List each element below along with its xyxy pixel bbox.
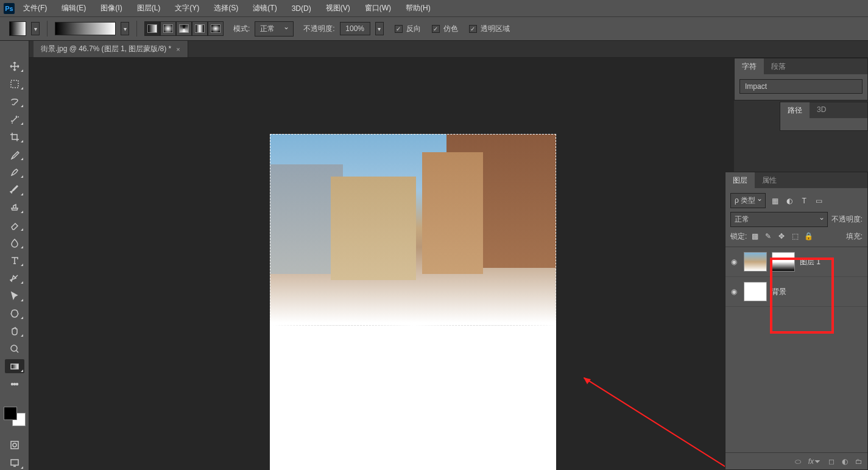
- gradient-tool[interactable]: [5, 359, 24, 373]
- menu-3d[interactable]: 3D(D): [286, 2, 317, 15]
- layer-name[interactable]: 图层 1: [800, 257, 864, 267]
- canvas-area[interactable]: [29, 58, 734, 470]
- lock-transparent-icon[interactable]: ▩: [749, 231, 760, 242]
- svg-point-1: [11, 345, 17, 351]
- layer-thumbnail[interactable]: [744, 282, 767, 301]
- menu-file[interactable]: 文件(F): [17, 1, 53, 16]
- screen-mode-tool[interactable]: [5, 456, 24, 470]
- tab-properties[interactable]: 属性: [755, 172, 784, 188]
- layer-filter-kind[interactable]: ρ 类型: [730, 193, 766, 208]
- tool-preset-dropdown[interactable]: [31, 22, 40, 35]
- character-panel: 字符 段落 Impact: [734, 58, 868, 100]
- svg-point-3: [11, 383, 13, 385]
- gradient-tool-icon[interactable]: [9, 21, 26, 36]
- menu-window[interactable]: 窗口(W): [359, 1, 397, 16]
- layer-style-icon[interactable]: fx⏷: [808, 457, 821, 466]
- menu-edit[interactable]: 编辑(E): [55, 1, 92, 16]
- tab-3d[interactable]: 3D: [810, 102, 833, 118]
- layer-thumbnail[interactable]: [744, 252, 767, 272]
- layer-opacity-label: 不透明度:: [831, 214, 863, 225]
- menu-type[interactable]: 文字(Y): [169, 1, 205, 16]
- blend-mode-select[interactable]: 正常: [255, 21, 294, 37]
- tab-character[interactable]: 字符: [735, 58, 764, 74]
- pen-tool[interactable]: [5, 271, 24, 285]
- svg-marker-10: [584, 377, 591, 384]
- gradient-preview[interactable]: [55, 22, 116, 35]
- visibility-toggle-icon[interactable]: ◉: [729, 287, 739, 296]
- smudge-tool[interactable]: [5, 236, 24, 250]
- filter-shape-icon[interactable]: ▭: [813, 195, 824, 206]
- gradient-linear-button[interactable]: [144, 21, 160, 36]
- hand-tool[interactable]: [5, 324, 24, 338]
- path-selection-tool[interactable]: [5, 289, 24, 303]
- gradient-reflected-button[interactable]: [192, 21, 208, 36]
- layers-panel: 图层 属性 ρ 类型 ▦ ◐ T ▭ 正常 不透明度: 锁定: ▩ ✎ ✥ ⬚ …: [725, 172, 868, 470]
- filter-pixel-icon[interactable]: ▦: [769, 195, 780, 206]
- menu-select[interactable]: 选择(S): [208, 1, 244, 16]
- edit-toolbar[interactable]: [5, 377, 24, 391]
- layer-row-1[interactable]: ◉ 图层 1: [725, 247, 867, 277]
- tab-paragraph[interactable]: 段落: [764, 58, 793, 74]
- menu-bar: Ps 文件(F) 编辑(E) 图像(I) 图层(L) 文字(Y) 选择(S) 滤…: [0, 0, 868, 16]
- layer-blend-mode[interactable]: 正常: [730, 212, 828, 227]
- eraser-tool[interactable]: [5, 218, 24, 232]
- opacity-dropdown[interactable]: [375, 22, 384, 35]
- gradient-angle-button[interactable]: [176, 21, 192, 36]
- lock-all-icon[interactable]: 🔒: [803, 231, 814, 242]
- marquee-tool[interactable]: [5, 77, 24, 91]
- clone-stamp-tool[interactable]: [5, 200, 24, 214]
- layer-row-bg[interactable]: ◉ 背景: [725, 277, 867, 307]
- filter-adjust-icon[interactable]: ◐: [784, 195, 795, 206]
- svg-rect-2: [11, 364, 18, 369]
- opacity-label: 不透明度:: [303, 24, 334, 34]
- foreground-color[interactable]: [4, 407, 17, 420]
- lasso-tool[interactable]: [5, 94, 24, 108]
- move-tool[interactable]: [5, 59, 24, 73]
- gradient-picker-dropdown[interactable]: [121, 22, 129, 35]
- lock-image-icon[interactable]: ✎: [763, 231, 774, 242]
- menu-filter[interactable]: 滤镜(T): [247, 1, 283, 16]
- brush-tool[interactable]: [5, 183, 24, 197]
- add-mask-icon[interactable]: ◻: [828, 457, 834, 466]
- link-layers-icon[interactable]: ⬭: [795, 457, 801, 466]
- layer-mask-thumbnail[interactable]: [772, 252, 795, 272]
- new-group-icon[interactable]: 🗀: [855, 457, 863, 466]
- layer-list: ◉ 图层 1 ◉ 背景: [725, 247, 867, 307]
- layers-footer: ⬭ fx⏷ ◻ ◐ 🗀: [725, 452, 867, 469]
- font-family-select[interactable]: Impact: [739, 79, 863, 94]
- lock-label: 锁定:: [730, 231, 747, 242]
- quick-mask-tool[interactable]: [5, 438, 24, 452]
- artboard: [270, 134, 556, 470]
- crop-tool[interactable]: [5, 130, 24, 144]
- menu-help[interactable]: 帮助(H): [400, 1, 437, 16]
- visibility-toggle-icon[interactable]: ◉: [729, 258, 739, 266]
- tab-layers[interactable]: 图层: [725, 172, 755, 188]
- eyedropper-tool[interactable]: [5, 147, 24, 161]
- new-adjustment-icon[interactable]: ◐: [842, 457, 848, 466]
- document-tab-bar: 街景.jpg @ 46.7% (图层 1, 图层蒙版/8) * ×: [0, 41, 868, 58]
- svg-point-7: [13, 443, 16, 447]
- gradient-radial-button[interactable]: [160, 21, 176, 36]
- layer-name[interactable]: 背景: [772, 287, 864, 297]
- lock-position-icon[interactable]: ✥: [776, 231, 787, 242]
- gradient-diamond-button[interactable]: [208, 21, 224, 36]
- menu-view[interactable]: 视图(V): [320, 1, 356, 16]
- lock-artboard-icon[interactable]: ⬚: [789, 231, 800, 242]
- document-tab[interactable]: 街景.jpg @ 46.7% (图层 1, 图层蒙版/8) * ×: [34, 41, 188, 57]
- color-swatches[interactable]: [4, 407, 26, 426]
- menu-image[interactable]: 图像(I): [94, 1, 128, 16]
- tab-paths[interactable]: 路径: [780, 102, 810, 118]
- menu-layer[interactable]: 图层(L): [131, 1, 167, 16]
- toolbox: [0, 41, 29, 470]
- type-tool[interactable]: [5, 253, 24, 267]
- shape-tool[interactable]: [5, 306, 24, 320]
- opacity-input[interactable]: 100%: [340, 22, 370, 35]
- healing-brush-tool[interactable]: [5, 165, 24, 179]
- close-tab-icon[interactable]: ×: [176, 46, 180, 53]
- zoom-tool[interactable]: [5, 342, 24, 356]
- transparency-checkbox[interactable]: ✓透明区域: [469, 24, 510, 34]
- magic-wand-tool[interactable]: [5, 112, 24, 126]
- filter-type-icon[interactable]: T: [799, 195, 810, 206]
- dither-checkbox[interactable]: ✓仿色: [432, 24, 458, 34]
- reverse-checkbox[interactable]: ✓反向: [395, 24, 421, 34]
